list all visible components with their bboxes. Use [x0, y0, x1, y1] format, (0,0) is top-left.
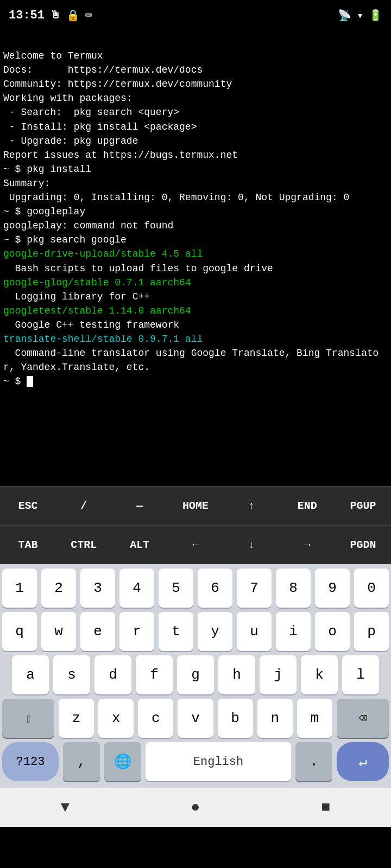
status-left: 13:51 🖱 🔒 ⌨: [9, 9, 92, 22]
notification2-icon: 🔒: [66, 9, 80, 22]
key-y[interactable]: y: [198, 612, 232, 651]
toolbar-key-ctrl[interactable]: CTRL: [56, 534, 112, 556]
space-key[interactable]: English: [146, 742, 291, 781]
key-e[interactable]: e: [80, 612, 115, 651]
shift-key[interactable]: ⇧: [2, 699, 54, 738]
toolbar-key-esc[interactable]: ESC: [0, 495, 56, 516]
key-x[interactable]: x: [98, 699, 134, 738]
terminal-line: - Install: pkg install <package>: [3, 120, 388, 134]
wifi-icon: ▾: [357, 9, 363, 22]
notification1-icon: 🖱: [50, 9, 61, 22]
back-button[interactable]: ▼: [61, 799, 70, 816]
key-k[interactable]: k: [301, 655, 338, 694]
key-r[interactable]: r: [119, 612, 154, 651]
toolbar-key-home[interactable]: HOME: [168, 495, 224, 516]
zxcv-row: ⇧zxcvbnm⌫: [2, 699, 389, 738]
key-2[interactable]: 2: [41, 569, 76, 608]
status-right: 📡 ▾ 🔋: [338, 9, 382, 22]
key-0[interactable]: 0: [354, 569, 389, 608]
num-key[interactable]: ?123: [2, 742, 59, 781]
globe-key[interactable]: 🌐: [104, 742, 141, 781]
bottom-row: ?123,🌐English.↵: [2, 742, 389, 781]
key-5[interactable]: 5: [159, 569, 193, 608]
key-8[interactable]: 8: [276, 569, 311, 608]
key-v[interactable]: v: [178, 699, 213, 738]
key-h[interactable]: h: [218, 655, 255, 694]
key-l[interactable]: l: [342, 655, 379, 694]
terminal-line: Bash scripts to upload files to google d…: [3, 261, 388, 276]
home-button[interactable]: ●: [191, 799, 200, 816]
toolbar-key-pgdn[interactable]: PGDN: [335, 534, 391, 556]
toolbar-key-[interactable]: —: [112, 495, 168, 516]
terminal[interactable]: Welcome to TermuxDocs: https://termux.de…: [0, 30, 391, 486]
key-j[interactable]: j: [260, 655, 297, 694]
terminal-line: Upgrading: 0, Installing: 0, Removing: 0…: [3, 190, 388, 205]
period-key[interactable]: .: [295, 742, 332, 781]
key-o[interactable]: o: [315, 612, 350, 651]
toolbar-key-alt[interactable]: ALT: [112, 534, 168, 556]
key-p[interactable]: p: [354, 612, 389, 651]
key-m[interactable]: m: [297, 699, 332, 738]
key-t[interactable]: t: [159, 612, 193, 651]
enter-key[interactable]: ↵: [337, 742, 389, 781]
toolbar-row1: ESC/—HOME↑ENDPGUP: [0, 486, 391, 525]
recents-button[interactable]: ■: [321, 799, 331, 816]
key-g[interactable]: g: [177, 655, 214, 694]
nav-bar: ▼ ● ■: [0, 788, 391, 827]
toolbar-key-x[interactable]: ←: [168, 534, 224, 556]
key-9[interactable]: 9: [315, 569, 350, 608]
terminal-line: ~ $ googleplay: [3, 205, 388, 219]
key-b[interactable]: b: [218, 699, 253, 738]
terminal-line: ~ $: [3, 374, 388, 388]
key-d[interactable]: d: [94, 655, 131, 694]
key-a[interactable]: a: [12, 655, 49, 694]
terminal-line: ~ $ pkg search google: [3, 233, 388, 247]
key-c[interactable]: c: [138, 699, 173, 738]
toolbar-key-x[interactable]: →: [279, 534, 335, 556]
backspace-key[interactable]: ⌫: [337, 699, 389, 738]
terminal-line: Logging library for C++: [3, 290, 388, 304]
terminal-line: Welcome to Termux: [3, 49, 388, 63]
terminal-line: googleplay: command not found: [3, 219, 388, 233]
battery-icon: 🔋: [369, 9, 382, 22]
cast-icon: 📡: [338, 9, 351, 22]
toolbar-key-tab[interactable]: TAB: [0, 534, 56, 556]
terminal-cursor: [27, 376, 33, 387]
key-s[interactable]: s: [53, 655, 90, 694]
time: 13:51: [9, 9, 45, 22]
key-4[interactable]: 4: [119, 569, 154, 608]
terminal-line: Working with packages:: [3, 91, 388, 105]
key-f[interactable]: f: [136, 655, 173, 694]
key-6[interactable]: 6: [198, 569, 232, 608]
key-3[interactable]: 3: [80, 569, 115, 608]
key-i[interactable]: i: [276, 612, 311, 651]
terminal-icon: ⌨: [85, 9, 92, 22]
toolbar-key-x[interactable]: ↓: [223, 534, 279, 556]
key-q[interactable]: q: [2, 612, 37, 651]
key-1[interactable]: 1: [2, 569, 37, 608]
comma-key[interactable]: ,: [63, 742, 100, 781]
key-w[interactable]: w: [41, 612, 76, 651]
terminal-line: google-drive-upload/stable 4.5 all: [3, 247, 388, 261]
key-u[interactable]: u: [237, 612, 272, 651]
terminal-line: Summary:: [3, 176, 388, 190]
terminal-line: Docs: https://termux.dev/docs: [3, 63, 388, 77]
key-n[interactable]: n: [257, 699, 293, 738]
terminal-line: Report issues at https://bugs.termux.net: [3, 148, 388, 162]
toolbar-key-end[interactable]: END: [279, 495, 335, 516]
toolbar-row2: TABCTRLALT←↓→PGDN: [0, 525, 391, 564]
terminal-line: - Search: pkg search <query>: [3, 105, 388, 119]
key-z[interactable]: z: [59, 699, 94, 738]
toolbar-key-[interactable]: ↑: [223, 495, 279, 516]
toolbar-key-[interactable]: /: [56, 495, 112, 516]
key-7[interactable]: 7: [237, 569, 272, 608]
toolbar-key-pgup[interactable]: PGUP: [335, 495, 391, 516]
terminal-line: - Upgrade: pkg upgrade: [3, 134, 388, 148]
keyboard: 1234567890 qwertyuiop asdfghjkl ⇧zxcvbnm…: [0, 564, 391, 788]
asdf-row: asdfghjkl: [2, 655, 389, 694]
terminal-line: Google C++ testing framework: [3, 318, 388, 332]
terminal-line: Community: https://termux.dev/community: [3, 77, 388, 91]
terminal-line: translate-shell/stable 0.9.7.1 all: [3, 332, 388, 346]
terminal-line: Command-line translator using Google Tra…: [3, 346, 388, 374]
terminal-line: ~ $ pkg install: [3, 162, 388, 176]
